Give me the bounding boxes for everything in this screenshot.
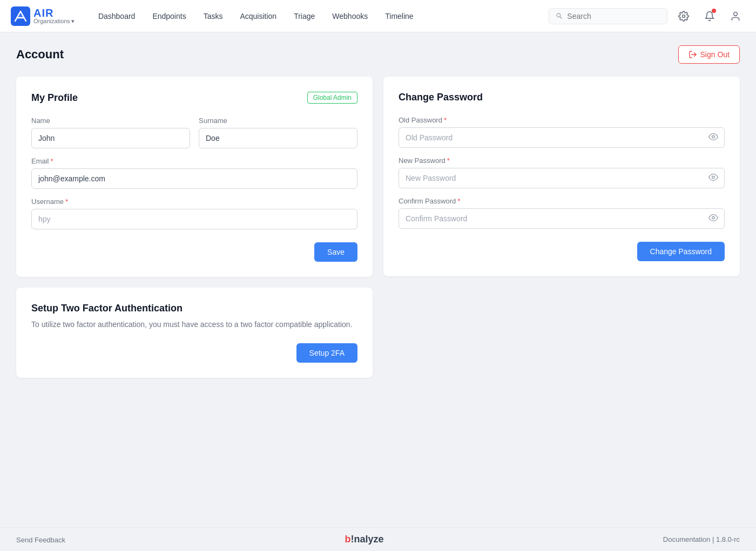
user-button[interactable] <box>726 6 745 26</box>
profile-card: My Profile Global Admin Name Surname <box>16 77 373 277</box>
navbar-right <box>549 6 745 26</box>
twofa-description: To utilize two factor authentication, yo… <box>31 318 357 330</box>
surname-input[interactable] <box>199 128 357 148</box>
change-password-button[interactable]: Change Password <box>637 242 725 261</box>
surname-group: Surname <box>199 117 357 148</box>
profile-card-footer: Save <box>31 242 357 262</box>
new-password-input[interactable] <box>399 168 725 188</box>
confirm-password-wrapper <box>399 208 725 229</box>
confirm-password-label: Confirm Password* <box>399 197 725 205</box>
new-password-required-star: * <box>447 157 450 165</box>
new-password-group: New Password* <box>399 157 725 188</box>
twofa-card-footer: Setup 2FA <box>31 343 357 363</box>
confirm-password-input[interactable] <box>399 208 725 229</box>
old-password-group: Old Password* <box>399 116 725 148</box>
profile-card-title: My Profile <box>31 92 78 104</box>
confirm-password-toggle-icon[interactable] <box>708 213 718 225</box>
svg-point-7 <box>712 216 715 219</box>
page-title: Account <box>16 47 64 62</box>
footer-nalyze: !nalyze <box>350 534 383 545</box>
name-label: Name <box>31 117 190 125</box>
search-input[interactable] <box>567 12 660 21</box>
page-header: Account Sign Out <box>16 45 740 64</box>
nav-tasks[interactable]: Tasks <box>196 8 231 25</box>
global-admin-badge: Global Admin <box>307 92 357 104</box>
sign-out-icon <box>688 50 697 59</box>
new-password-toggle-icon[interactable] <box>708 173 718 184</box>
email-input[interactable] <box>31 168 357 189</box>
footer-version: | 1.8.0-rc <box>712 535 740 543</box>
svg-point-3 <box>734 12 738 16</box>
brand-logo[interactable]: AIR Organizations ▾ <box>11 6 75 26</box>
right-column: Change Password Old Password* <box>383 77 740 276</box>
new-password-label: New Password* <box>399 157 725 165</box>
profile-card-header: My Profile Global Admin <box>31 92 357 104</box>
old-password-toggle-icon[interactable] <box>708 132 718 144</box>
footer-left: Send Feedback <box>16 535 65 544</box>
nav-links: Dashboard Endpoints Tasks Acquisition Tr… <box>91 8 549 25</box>
username-group: Username* <box>31 198 357 229</box>
username-label: Username* <box>31 198 357 206</box>
email-group: Email* <box>31 157 357 189</box>
nav-endpoints[interactable]: Endpoints <box>145 8 193 25</box>
svg-point-6 <box>712 176 715 179</box>
nav-timeline[interactable]: Timeline <box>377 8 421 25</box>
air-logo-icon <box>11 6 30 26</box>
notification-dot <box>712 9 716 13</box>
confirm-password-group: Confirm Password* <box>399 197 725 229</box>
change-password-card-header: Change Password <box>399 92 725 103</box>
change-password-card: Change Password Old Password* <box>383 77 740 276</box>
footer: Send Feedback b!nalyze Documentation | 1… <box>0 527 756 551</box>
nav-webhooks[interactable]: Webhooks <box>325 8 375 25</box>
old-password-required-star: * <box>444 116 447 124</box>
twofa-card: Setup Two Factor Authentication To utili… <box>16 288 373 378</box>
change-password-title: Change Password <box>399 92 483 103</box>
save-button[interactable]: Save <box>314 242 357 262</box>
nav-acquisition[interactable]: Acquisition <box>232 8 284 25</box>
surname-label: Surname <box>199 117 357 125</box>
change-password-card-footer: Change Password <box>399 242 725 261</box>
settings-button[interactable] <box>674 6 693 26</box>
navbar: AIR Organizations ▾ Dashboard Endpoints … <box>0 0 756 32</box>
sign-out-button[interactable]: Sign Out <box>678 45 740 64</box>
left-column: My Profile Global Admin Name Surname <box>16 77 373 378</box>
search-icon <box>556 12 563 20</box>
eye-icon <box>708 173 718 182</box>
setup-2fa-button[interactable]: Setup 2FA <box>296 343 357 363</box>
old-password-label: Old Password* <box>399 116 725 124</box>
gear-icon <box>678 11 689 22</box>
confirm-password-required-star: * <box>457 197 460 205</box>
search-box[interactable] <box>549 8 667 24</box>
content-grid: My Profile Global Admin Name Surname <box>16 77 740 378</box>
eye-icon <box>708 132 718 142</box>
old-password-wrapper <box>399 127 725 148</box>
username-input[interactable] <box>31 209 357 229</box>
svg-point-5 <box>712 135 715 138</box>
email-required-star: * <box>51 157 53 165</box>
name-input[interactable] <box>31 128 190 148</box>
sign-out-label: Sign Out <box>700 50 730 59</box>
svg-point-2 <box>683 15 685 17</box>
page-wrapper: Account Sign Out My Profile Global Admin <box>0 32 756 527</box>
footer-brand: b!nalyze <box>345 534 383 545</box>
old-password-input[interactable] <box>399 127 725 148</box>
eye-icon <box>708 213 718 223</box>
username-required-star: * <box>65 198 68 206</box>
documentation-link[interactable]: Documentation <box>663 535 712 543</box>
nav-triage[interactable]: Triage <box>286 8 322 25</box>
twofa-title: Setup Two Factor Authentication <box>31 303 357 314</box>
name-group: Name <box>31 117 190 148</box>
footer-brand-text: b!nalyze <box>345 534 383 545</box>
send-feedback-link[interactable]: Send Feedback <box>16 536 65 544</box>
brand-orgs-label: Organizations ▾ <box>33 18 75 24</box>
chevron-down-icon: ▾ <box>71 18 75 24</box>
notifications-button[interactable] <box>700 6 719 26</box>
svg-point-1 <box>18 14 23 18</box>
nav-dashboard[interactable]: Dashboard <box>91 8 143 25</box>
brand-air-label: AIR <box>33 8 75 18</box>
name-surname-row: Name Surname <box>31 117 357 148</box>
footer-right: Documentation | 1.8.0-rc <box>663 535 740 543</box>
user-icon <box>730 11 741 22</box>
email-label: Email* <box>31 157 357 165</box>
new-password-wrapper <box>399 168 725 188</box>
